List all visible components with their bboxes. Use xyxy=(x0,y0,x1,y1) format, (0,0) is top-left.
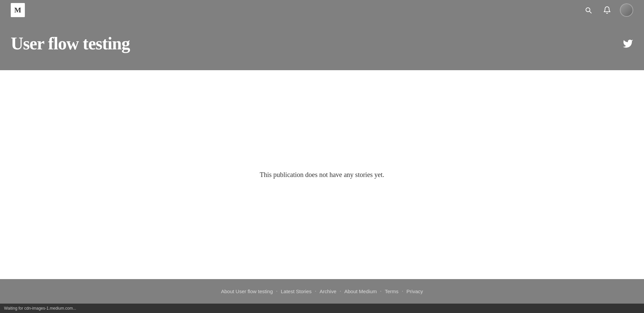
publication-title: User flow testing xyxy=(11,34,130,53)
footer: About User flow testing · Latest Stories… xyxy=(0,279,644,304)
footer-separator-5: · xyxy=(402,288,403,294)
footer-separator-1: · xyxy=(276,288,278,294)
navbar-actions xyxy=(582,3,633,17)
footer-link-archive[interactable]: Archive xyxy=(320,288,336,294)
empty-message: This publication does not have any stori… xyxy=(260,171,384,179)
footer-link-about-publication[interactable]: About User flow testing xyxy=(221,288,273,294)
avatar[interactable] xyxy=(620,3,633,17)
twitter-icon xyxy=(623,38,633,49)
search-button[interactable] xyxy=(582,4,594,16)
medium-logo[interactable]: M xyxy=(11,3,25,17)
footer-separator-3: · xyxy=(340,288,341,294)
footer-separator-2: · xyxy=(315,288,316,294)
twitter-button[interactable] xyxy=(623,38,633,49)
avatar-image xyxy=(620,3,633,17)
footer-nav: About User flow testing · Latest Stories… xyxy=(221,288,423,294)
footer-link-about-medium[interactable]: About Medium xyxy=(344,288,377,294)
footer-link-terms[interactable]: Terms xyxy=(385,288,399,294)
publication-header: User flow testing xyxy=(0,20,644,70)
bell-icon xyxy=(603,6,611,14)
footer-separator-4: · xyxy=(380,288,381,294)
footer-link-latest-stories[interactable]: Latest Stories xyxy=(281,288,312,294)
footer-link-privacy[interactable]: Privacy xyxy=(407,288,423,294)
main-content: This publication does not have any stori… xyxy=(0,70,644,279)
notifications-button[interactable] xyxy=(601,4,613,16)
status-bar: Waiting for cdn-images-1.medium.com... xyxy=(0,304,644,313)
navbar: M xyxy=(0,0,644,20)
logo-container: M xyxy=(11,3,25,17)
status-message: Waiting for cdn-images-1.medium.com... xyxy=(4,306,76,311)
search-icon xyxy=(584,6,592,14)
